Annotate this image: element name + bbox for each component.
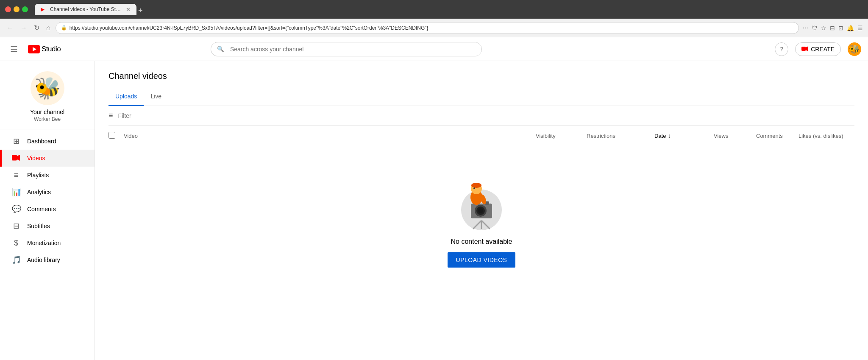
- search-bar: 🔍: [211, 42, 482, 56]
- filter-icon: ≡: [108, 111, 113, 120]
- col-header-comments: Comments: [753, 129, 795, 142]
- sidebar-item-label: Dashboard: [27, 138, 56, 145]
- browser-nav-extras: ⋯ 🛡 ☆ ⊟ ⊡ 🔔 ☰: [802, 25, 863, 31]
- date-label: Date: [654, 133, 666, 139]
- address-bar[interactable]: 🔒 https://studio.youtube.com/channel/UC2…: [56, 22, 799, 34]
- select-all-checkbox[interactable]: [108, 132, 115, 139]
- tabs: Uploads Live: [108, 88, 854, 106]
- traffic-lights: [5, 6, 28, 12]
- channel-sub: Worker Bee: [34, 116, 61, 122]
- monetization-icon: $: [12, 239, 20, 248]
- avatar[interactable]: 🐝: [848, 42, 861, 56]
- select-all-checkbox-col: [108, 132, 124, 140]
- help-button[interactable]: ?: [775, 42, 788, 56]
- col-header-likes: Likes (vs. dislikes): [795, 129, 854, 142]
- filter-bar: ≡: [108, 106, 854, 126]
- svg-point-17: [471, 183, 481, 188]
- back-button[interactable]: ←: [5, 22, 15, 33]
- subtitles-icon: ⊟: [12, 221, 20, 231]
- sidebar-item-dashboard[interactable]: ⊞ Dashboard: [0, 133, 95, 150]
- logo[interactable]: Studio: [28, 45, 61, 53]
- maximize-dot[interactable]: [22, 6, 28, 12]
- camera-create-icon: [801, 46, 808, 51]
- minimize-dot[interactable]: [14, 6, 19, 12]
- sidebar-toggle-icon[interactable]: ⊡: [838, 25, 843, 31]
- channel-avatar[interactable]: 🐝: [31, 71, 64, 105]
- sidebar-item-label: Subtitles: [27, 223, 50, 229]
- audio-library-icon: 🎵: [12, 255, 20, 265]
- sidebar-item-videos[interactable]: Videos: [0, 150, 95, 167]
- table-header: Video Visibility Restrictions Date ↓ Vie…: [108, 126, 854, 146]
- active-tab[interactable]: ▶ Channel videos - YouTube Stu... ✕: [35, 4, 136, 15]
- star-icon[interactable]: ☆: [821, 25, 826, 31]
- sidebar-item-audio-library[interactable]: 🎵 Audio library: [0, 251, 95, 268]
- bookmarks-icon[interactable]: ⋯: [802, 25, 808, 31]
- empty-state: No content available UPLOAD VIDEOS: [108, 146, 854, 301]
- col-header-views: Views: [710, 129, 753, 142]
- sort-icon: ↓: [668, 132, 670, 139]
- svg-point-13: [478, 208, 483, 213]
- pocket-icon[interactable]: 🛡: [812, 25, 818, 31]
- create-button[interactable]: CREATE: [795, 42, 841, 56]
- menu-icon[interactable]: ☰: [857, 25, 863, 31]
- col-header-date[interactable]: Date ↓: [651, 129, 710, 142]
- svg-point-18: [473, 187, 475, 189]
- sidebar-item-subtitles[interactable]: ⊟ Subtitles: [0, 218, 95, 234]
- tab-favicon: ▶: [41, 6, 47, 12]
- browser-tabs: ▶ Channel videos - YouTube Stu... ✕ +: [35, 4, 863, 15]
- tab-live[interactable]: Live: [144, 88, 168, 106]
- no-content-illustration: [456, 180, 507, 231]
- tab-title: Channel videos - YouTube Stu...: [50, 6, 122, 12]
- sidebar-item-label: Videos: [27, 155, 45, 162]
- sidebar-item-label: Comments: [27, 206, 56, 212]
- sidebar-item-label: Analytics: [27, 189, 51, 195]
- notification-icon[interactable]: 🔔: [847, 25, 854, 31]
- library-icon[interactable]: ⊟: [830, 25, 835, 31]
- search-input[interactable]: [230, 42, 481, 56]
- browser-nav: ← → ↻ ⌂ 🔒 https://studio.youtube.com/cha…: [0, 19, 868, 37]
- sidebar-item-playlists[interactable]: ≡ Playlists: [0, 167, 95, 184]
- app-header: ☰ Studio 🔍 ?: [0, 37, 868, 61]
- svg-rect-4: [12, 155, 17, 160]
- forward-button[interactable]: →: [19, 22, 29, 33]
- empty-illustration: [456, 180, 507, 231]
- videos-icon: [12, 154, 20, 163]
- col-header-visibility: Visibility: [532, 129, 583, 142]
- col-header-restrictions: Restrictions: [583, 129, 651, 142]
- sidebar-channel: 🐝 Your channel Worker Bee: [0, 61, 95, 129]
- filter-input[interactable]: [118, 112, 192, 119]
- reload-button[interactable]: ↻: [32, 22, 41, 33]
- svg-marker-3: [806, 46, 808, 51]
- svg-marker-5: [17, 155, 20, 161]
- header-actions: ? CREATE 🐝: [775, 42, 861, 56]
- search-icon-button[interactable]: 🔍: [211, 42, 230, 56]
- upload-videos-button[interactable]: UPLOAD VIDEOS: [448, 252, 516, 268]
- close-dot[interactable]: [5, 6, 11, 12]
- playlists-icon: ≡: [12, 171, 20, 180]
- home-button[interactable]: ⌂: [45, 22, 52, 33]
- logo-text: Studio: [42, 45, 61, 53]
- app: ☰ Studio 🔍 ?: [0, 37, 868, 360]
- url-text: https://studio.youtube.com/channel/UC23r…: [70, 25, 793, 31]
- empty-state-text: No content available: [451, 238, 512, 246]
- create-icon: [801, 45, 808, 53]
- search-input-wrap: 🔍: [211, 42, 482, 56]
- sidebar: 🐝 Your channel Worker Bee ⊞ Dashboard: [0, 61, 95, 360]
- browser-chrome: ▶ Channel videos - YouTube Stu... ✕ +: [0, 0, 868, 19]
- lock-icon: 🔒: [61, 25, 67, 31]
- sidebar-item-monetization[interactable]: $ Monetization: [0, 234, 95, 251]
- sidebar-item-label: Playlists: [27, 172, 49, 179]
- tab-uploads[interactable]: Uploads: [108, 88, 144, 106]
- sidebar-item-analytics[interactable]: 📊 Analytics: [0, 184, 95, 201]
- main-content: Channel videos Uploads Live ≡ Video Visi…: [95, 61, 868, 360]
- new-tab-button[interactable]: +: [138, 6, 143, 15]
- sidebar-item-label: Audio library: [27, 257, 60, 263]
- tab-close-button[interactable]: ✕: [126, 6, 131, 13]
- sidebar-item-comments[interactable]: 💬 Comments: [0, 201, 95, 218]
- hamburger-button[interactable]: ☰: [7, 41, 21, 58]
- channel-name: Your channel: [30, 109, 64, 115]
- comments-icon: 💬: [12, 204, 20, 214]
- create-label: CREATE: [811, 46, 835, 53]
- sidebar-item-label: Monetization: [27, 240, 61, 246]
- youtube-logo-icon: [28, 45, 40, 53]
